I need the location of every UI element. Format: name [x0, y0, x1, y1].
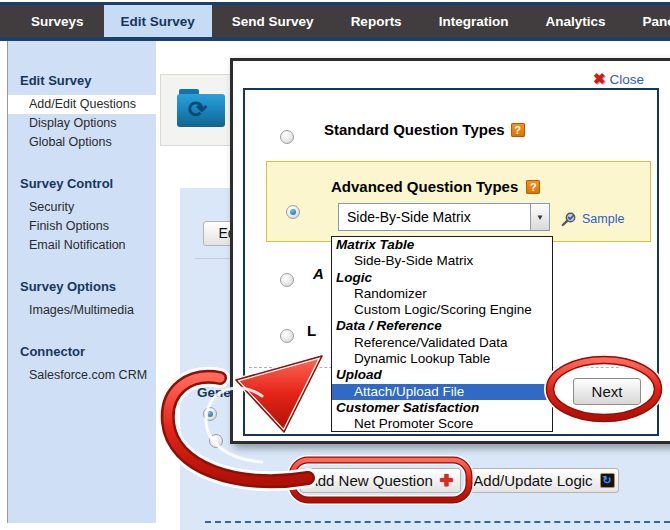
- hidden-option-fragment: A: [313, 265, 324, 282]
- close-label: Close: [609, 72, 644, 87]
- tab-integration[interactable]: Integration: [422, 5, 526, 37]
- dropdown-group-data-reference: Data / Reference: [332, 318, 552, 334]
- close-button[interactable]: ✖ Close: [593, 70, 644, 88]
- add-update-logic-button[interactable]: Add/Update Logic ↻: [469, 468, 619, 493]
- help-icon[interactable]: ?: [511, 123, 525, 137]
- dropdown-item-dynamic-lookup-table[interactable]: Dynamic Lookup Table: [332, 351, 552, 367]
- sidebar-item-global-options[interactable]: Global Options: [8, 133, 156, 152]
- dropdown-group-matrix-table: Matrix Table: [332, 237, 552, 253]
- sidebar-section-title: Edit Survey: [20, 73, 156, 88]
- close-x-icon: ✖: [593, 70, 606, 88]
- dropdown-item-side-by-side-matrix[interactable]: Side-By-Side Matrix: [332, 253, 552, 269]
- next-button[interactable]: Next: [573, 378, 641, 405]
- dropdown-group-customer-satisfaction: Customer Satisfaction: [332, 400, 552, 416]
- sidebar-item-images-multimedia[interactable]: Images/Multimedia: [8, 301, 156, 320]
- sidebar-item-security[interactable]: Security: [8, 198, 156, 217]
- sidebar-section: ConnectorSalesforce.com CRM: [8, 344, 156, 385]
- sidebar-item-email-notification[interactable]: Email Notification: [8, 236, 156, 255]
- advanced-types-radio-selected[interactable]: [286, 205, 300, 219]
- advanced-types-label: Advanced Question Types ?: [331, 178, 540, 195]
- standard-types-radio[interactable]: [280, 130, 294, 144]
- sidebar-item-add-edit-questions[interactable]: Add/Edit Questions: [8, 95, 156, 114]
- sidebar-item-display-options[interactable]: Display Options: [8, 114, 156, 133]
- add-new-question-button[interactable]: Add New Question ✚: [300, 468, 461, 493]
- dropdown-item-reference-validated-data[interactable]: Reference/Validated Data: [332, 335, 552, 351]
- sidebar-section: Survey OptionsImages/Multimedia: [8, 279, 156, 320]
- sample-label: Sample: [582, 212, 624, 226]
- standard-types-label: Standard Question Types ?: [324, 121, 525, 138]
- sample-link[interactable]: Sample: [561, 211, 624, 227]
- tab-surveys[interactable]: Surveys: [14, 5, 101, 37]
- dropdown-item-net-promoter-score[interactable]: Net Promoter Score: [332, 416, 552, 432]
- third-option-radio[interactable]: [280, 273, 294, 287]
- logic-book-icon: ↻: [600, 473, 615, 488]
- dropdown-item-randomizer[interactable]: Randomizer: [332, 286, 552, 302]
- help-icon[interactable]: ?: [526, 180, 540, 194]
- background-radio-selected[interactable]: [203, 407, 217, 421]
- sidebar-item-salesforce-com-crm[interactable]: Salesforce.com CRM: [8, 366, 156, 385]
- sidebar-item-finish-options[interactable]: Finish Options: [8, 217, 156, 236]
- refresh-folder-icon[interactable]: ⟳: [177, 89, 225, 127]
- tab-panels[interactable]: Panels: [625, 5, 670, 37]
- background-radio[interactable]: [209, 434, 223, 448]
- question-type-select[interactable]: Side-By-Side Matrix ▼: [338, 203, 550, 231]
- dropdown-item-custom-logic-scoring-engine[interactable]: Custom Logic/Scoring Engine: [332, 302, 552, 318]
- tab-reports[interactable]: Reports: [334, 5, 419, 37]
- sidebar-section-title: Survey Control: [20, 176, 156, 191]
- question-type-dropdown-list: Matrix TableSide-By-Side MatrixLogicRand…: [331, 236, 553, 432]
- hidden-option-fragment: L: [307, 322, 316, 339]
- tab-edit-survey[interactable]: Edit Survey: [104, 5, 212, 37]
- sidebar-section: Edit SurveyAdd/Edit QuestionsDisplay Opt…: [8, 73, 156, 152]
- plus-icon: ✚: [440, 471, 453, 490]
- dropdown-group-logic: Logic: [332, 270, 552, 286]
- sidebar-section-title: Connector: [20, 344, 156, 359]
- tab-send-survey[interactable]: Send Survey: [215, 5, 331, 37]
- sidebar-section-title: Survey Options: [20, 279, 156, 294]
- sidebar: Edit SurveyAdd/Edit QuestionsDisplay Opt…: [7, 41, 156, 523]
- top-navigation: SurveysEdit SurveySend SurveyReportsInte…: [0, 2, 670, 41]
- select-dropdown-arrow-icon[interactable]: ▼: [530, 204, 549, 230]
- magnifier-icon: [561, 211, 577, 227]
- dropdown-group-upload: Upload: [332, 367, 552, 383]
- refresh-arrow-icon: ⟳: [188, 96, 207, 123]
- tab-analytics[interactable]: Analytics: [528, 5, 622, 37]
- add-update-logic-label: Add/Update Logic: [473, 472, 592, 489]
- sidebar-section: Survey ControlSecurityFinish OptionsEmai…: [8, 176, 156, 255]
- dropdown-item-attach-upload-file[interactable]: Attach/Upload File: [332, 384, 552, 400]
- add-new-question-label: Add New Question: [308, 472, 433, 489]
- add-question-dialog: ✖ Close Standard Question Types ? Advanc…: [230, 58, 670, 444]
- question-type-select-value: Side-By-Side Matrix: [339, 209, 530, 225]
- app-window: SurveysEdit SurveySend SurveyReportsInte…: [0, 0, 670, 530]
- fourth-option-radio[interactable]: [280, 329, 294, 343]
- dashed-divider: [205, 521, 670, 523]
